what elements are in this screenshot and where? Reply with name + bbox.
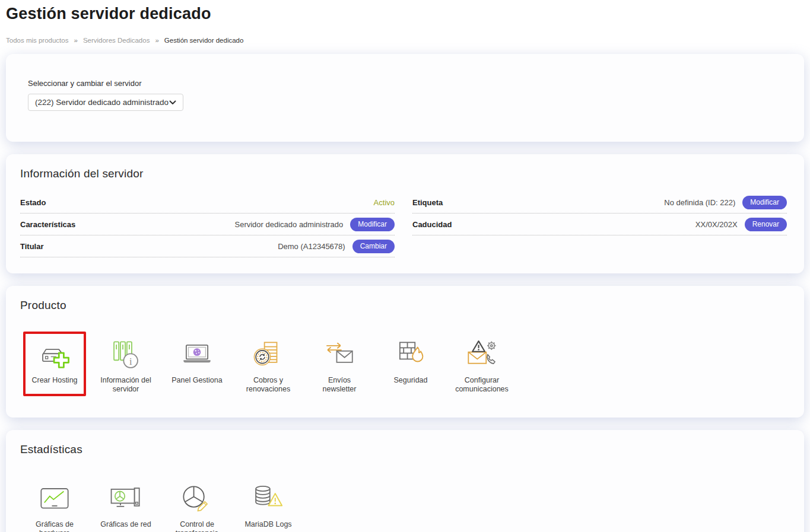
network-graphs-icon: [109, 479, 143, 517]
info-row-caracteristicas: Características Servidor dedicado admini…: [20, 214, 395, 235]
server-info-right-column: Etiqueta No definida (ID: 222) Modificar…: [412, 192, 787, 257]
info-row-label: Titular: [20, 242, 44, 251]
product-item-label: Configurar comunicaciones: [453, 376, 511, 394]
product-item-label: Crear Hosting: [31, 376, 77, 385]
status-badge: Activo: [374, 198, 395, 207]
info-row-value: No definida (ID: 222): [664, 198, 735, 207]
stat-item-label: Gráficas de hardware: [26, 520, 84, 532]
gestiona-panel-icon: [180, 335, 214, 373]
server-select-label: Seleccionar y cambiar el servidor: [28, 79, 787, 88]
statistics-icon-row: Gráficas de hardware Gráficas de red: [23, 476, 787, 532]
server-select-value: (222) Servidor dedicado administrado: [35, 98, 169, 107]
dedicated-server-management-page: Gestión servidor dedicado Todos mis prod…: [0, 0, 810, 532]
info-row-label: Estado: [20, 198, 46, 207]
product-item-label: Información del servidor: [97, 376, 155, 394]
security-firewall-icon: [393, 335, 428, 373]
stat-item-mariadb-logs[interactable]: MariaDB Logs: [237, 476, 300, 532]
product-item-panel-gestiona[interactable]: Panel Gestiona: [166, 332, 228, 396]
info-row-titular: Titular Demo (A12345678) Cambiar: [20, 235, 395, 257]
breadcrumb-item-all-products[interactable]: Todos mis productos: [6, 37, 68, 44]
info-row-estado: Estado Activo: [20, 192, 395, 214]
stat-item-graficas-red[interactable]: Gráficas de red: [94, 476, 157, 532]
hardware-graphs-icon: [37, 479, 72, 517]
server-info-title: Información del servidor: [20, 167, 787, 180]
product-item-label: Panel Gestiona: [171, 376, 222, 385]
product-item-envios-newsletter[interactable]: Envíos newsletter: [308, 332, 371, 396]
info-row-value: XX/0X/202X: [695, 220, 738, 229]
stat-item-label: MariaDB Logs: [244, 520, 291, 529]
breadcrumb-separator: »: [155, 37, 158, 44]
breadcrumb-item-current: Gestión servidor dedicado: [164, 37, 244, 44]
billing-renewals-icon: [251, 335, 285, 373]
modify-features-button[interactable]: Modificar: [350, 218, 395, 231]
newsletter-icon: [322, 335, 357, 373]
communications-config-icon: [465, 335, 499, 373]
product-icon-row: Crear Hosting i: [23, 332, 787, 396]
product-item-label: Cobros y renovaciones: [239, 376, 297, 394]
breadcrumb-separator: »: [74, 37, 77, 44]
product-item-label: Seguridad: [394, 376, 428, 385]
breadcrumb: Todos mis productos » Servidores Dedicad…: [6, 37, 810, 44]
create-hosting-icon: [37, 335, 72, 373]
statistics-card: Estadísticas Gráficas de hardware: [6, 430, 804, 532]
server-info-card: Información del servidor Estado Activo C…: [6, 154, 804, 273]
info-row-label: Caducidad: [412, 220, 452, 229]
info-row-label: Etiqueta: [412, 198, 443, 207]
stat-item-graficas-hardware[interactable]: Gráficas de hardware: [23, 476, 86, 532]
change-owner-button[interactable]: Cambiar: [352, 240, 395, 253]
stat-item-label: Control de transferencia: [168, 520, 226, 532]
info-row-value: Demo (A12345678): [278, 242, 345, 251]
stat-item-label: Gráficas de red: [100, 520, 151, 529]
renew-button[interactable]: Renovar: [745, 218, 787, 231]
server-select[interactable]: (222) Servidor dedicado administrado: [28, 94, 183, 111]
stat-item-control-transferencia[interactable]: Control de transferencia: [166, 476, 228, 532]
server-info-left-column: Estado Activo Características Servidor d…: [20, 192, 395, 257]
info-row-value: Servidor dedicado administrado: [234, 220, 343, 229]
server-info-icon: i: [109, 335, 143, 373]
svg-text:i: i: [129, 356, 132, 367]
product-title: Producto: [20, 299, 787, 312]
modify-label-button[interactable]: Modificar: [742, 196, 787, 209]
product-item-configurar-comunicaciones[interactable]: Configurar comunicaciones: [450, 332, 513, 396]
chevron-down-icon: [169, 100, 176, 105]
page-title: Gestión servidor dedicado: [6, 5, 810, 23]
statistics-title: Estadísticas: [20, 443, 787, 456]
product-card: Producto Crear Hosting: [6, 286, 804, 418]
info-row-caducidad: Caducidad XX/0X/202X Renovar: [412, 214, 787, 235]
transfer-control-icon: [180, 479, 214, 517]
product-item-seguridad[interactable]: Seguridad: [379, 332, 442, 396]
breadcrumb-item-dedicated-servers[interactable]: Servidores Dedicados: [83, 37, 150, 44]
info-row-etiqueta: Etiqueta No definida (ID: 222) Modificar: [412, 192, 787, 214]
mariadb-logs-icon: [251, 479, 285, 517]
product-item-cobros-renovaciones[interactable]: Cobros y renovaciones: [237, 332, 300, 396]
server-selector-card: Seleccionar y cambiar el servidor (222) …: [6, 54, 804, 142]
product-item-informacion-servidor[interactable]: i Información del servidor: [94, 332, 157, 396]
product-item-label: Envíos newsletter: [310, 376, 369, 394]
product-item-crear-hosting[interactable]: Crear Hosting: [23, 332, 86, 396]
info-row-label: Características: [20, 220, 75, 229]
